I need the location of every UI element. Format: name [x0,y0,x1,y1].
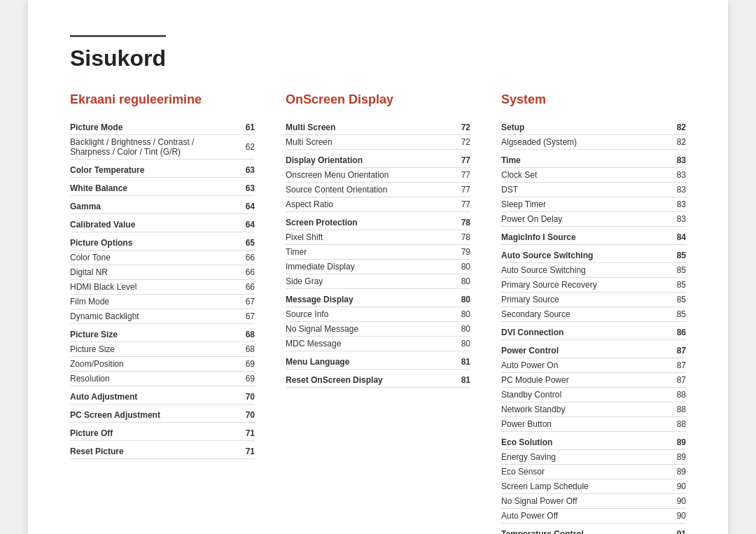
toc-label: Backlight / Brightness / Contrast /Sharp… [70,135,230,160]
table-row: Algseaded (System)82 [501,135,686,150]
table-row: Reset Picture71 [70,441,255,459]
toc-label: Algseaded (System) [501,135,656,150]
toc-table-onscreen: Multi Screen72Multi Screen72Display Orie… [286,117,470,388]
table-row: Secondary Source85 [501,307,686,322]
section-title-system: System [501,92,686,107]
toc-label: Film Mode [70,295,230,309]
table-row: Film Mode67 [70,295,255,309]
toc-page-number: 82 [656,117,686,135]
toc-page-number: 80 [442,274,470,289]
section-title-ekraani: Ekraani reguleerimine [70,92,255,107]
toc-page-number: 80 [442,322,470,337]
toc-label: DST [501,183,656,197]
table-row: Backlight / Brightness / Contrast /Sharp… [70,135,255,160]
toc-page-number: 71 [230,423,255,441]
toc-page-number: 82 [656,135,686,150]
toc-page-number: 70 [230,405,255,423]
toc-label: Onscreen Menu Orientation [286,168,442,183]
table-row: PC Module Power87 [501,373,686,388]
section-title-onscreen: OnScreen Display [286,92,470,107]
table-row: Auto Adjustment70 [70,386,255,405]
toc-page-number: 87 [656,358,686,373]
table-row: Color Tone66 [70,251,255,265]
table-row: Picture Size68 [70,342,255,357]
toc-page-number: 77 [442,197,470,212]
toc-label: Dynamic Backlight [70,309,230,324]
toc-page-number: 89 [656,432,686,450]
table-row: Power Button88 [501,417,686,432]
toc-page-number: 83 [656,168,686,183]
table-row: Auto Power On87 [501,358,686,373]
toc-page-number: 88 [656,417,686,432]
toc-label: Source Info [286,307,442,322]
toc-page-number: 64 [230,196,255,214]
toc-label: DVI Connection [501,322,656,340]
toc-label: Picture Size [70,342,230,357]
toc-page-number: 86 [656,322,686,340]
toc-label: Auto Adjustment [70,386,230,405]
toc-label: Reset OnScreen Display [286,370,442,388]
toc-label: Menu Language [286,351,442,370]
table-row: Reset OnScreen Display81 [286,370,470,388]
table-row: HDMI Black Level66 [70,280,255,295]
table-row: Gamma64 [70,196,255,214]
table-row: Multi Screen72 [286,135,470,150]
toc-label: Eco Sensor [501,465,656,479]
table-row: DST83 [501,183,686,197]
toc-page-number: 70 [230,386,255,405]
toc-label: Auto Power On [501,358,656,373]
toc-label: Calibrated Value [70,214,230,232]
toc-label: PC Screen Adjustment [70,405,230,423]
table-row: Picture Size68 [70,324,255,342]
toc-page-number: 85 [656,263,686,278]
table-row: Multi Screen72 [286,117,470,135]
toc-page-number: 89 [656,465,686,479]
toc-label: Color Temperature [70,160,230,178]
table-row: Standby Control88 [501,388,686,402]
column-onscreen: OnScreen DisplayMulti Screen72Multi Scre… [286,92,470,534]
toc-page-number: 84 [656,227,686,245]
table-row: Resolution69 [70,372,255,386]
toc-page-number: 68 [230,342,255,357]
toc-page-number: 78 [442,212,470,230]
table-row: Temperature Control91 [501,524,686,535]
toc-label: Picture Size [70,324,230,342]
toc-page-number: 66 [230,265,255,280]
toc-label: Picture Mode [70,117,230,135]
toc-label: Screen Lamp Schedule [501,479,656,494]
toc-page-number: 80 [442,260,470,274]
toc-page-number: 79 [442,245,470,260]
toc-label: Picture Off [70,423,230,441]
toc-label: Primary Source [501,293,656,307]
table-row: Source Info80 [286,307,470,322]
toc-page-number: 90 [656,509,686,524]
table-row: Timer79 [286,245,470,260]
toc-page-number: 72 [442,135,470,150]
toc-label: Gamma [70,196,230,214]
toc-page-number: 87 [656,373,686,388]
toc-page-number: 90 [656,494,686,509]
toc-page-number: 77 [442,168,470,183]
toc-label: Network Standby [501,402,656,417]
toc-page-number: 85 [656,293,686,307]
toc-label: Secondary Source [501,307,656,322]
table-row: Time83 [501,150,686,168]
table-row: Auto Source Switching85 [501,263,686,278]
toc-label: White Balance [70,178,230,196]
toc-label: Auto Source Switching [501,263,656,278]
table-row: Dynamic Backlight67 [70,309,255,324]
table-row: Network Standby88 [501,402,686,417]
toc-label: Immediate Display [286,260,442,274]
table-row: Screen Protection78 [286,212,470,230]
table-row: Calibrated Value64 [70,214,255,232]
toc-page-number: 83 [656,197,686,212]
toc-label: Picture Options [70,232,230,251]
toc-label: PC Module Power [501,373,656,388]
toc-page-number: 83 [656,150,686,168]
table-row: Energy Saving89 [501,450,686,465]
toc-page-number: 77 [442,183,470,197]
toc-page-number: 66 [230,251,255,265]
table-row: Source Content Orientation77 [286,183,470,197]
table-row: Pixel Shift78 [286,230,470,245]
toc-page-number: 90 [656,479,686,494]
